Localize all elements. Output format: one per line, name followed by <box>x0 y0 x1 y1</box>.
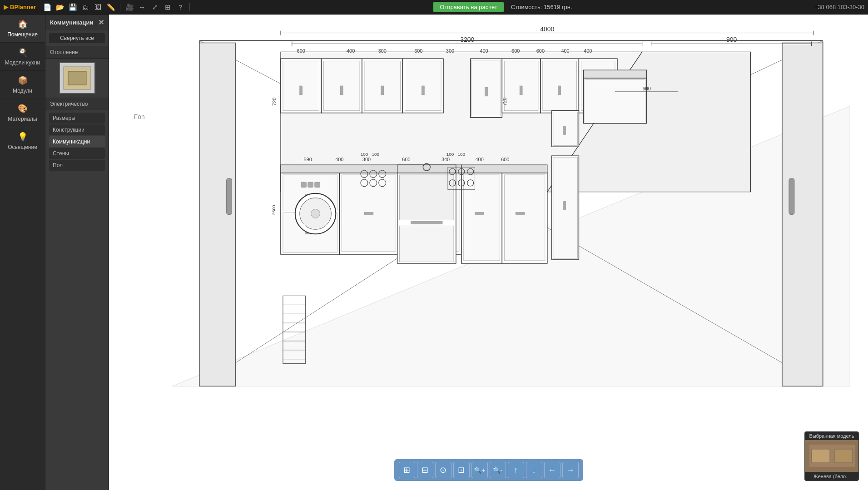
file-saveas-icon[interactable]: 🗂 <box>80 2 90 12</box>
submenu-razmery[interactable]: Размеры <box>49 113 105 124</box>
svg-rect-34 <box>520 86 522 95</box>
dim-720b: 720 <box>502 98 507 106</box>
sidebar-label-pomeshenie: Помещение <box>7 31 38 38</box>
dim-600a: 600 <box>297 48 305 54</box>
svg-point-51 <box>311 209 320 218</box>
grid-toggle-button[interactable]: ⊞ <box>399 462 415 478</box>
mini-kitchen-svg <box>805 440 859 472</box>
dim-600b: 600 <box>414 48 422 54</box>
svg-rect-24 <box>422 86 424 95</box>
dim-900: 900 <box>726 36 737 43</box>
upper-cabinet-left <box>281 59 443 113</box>
electricity-section-title: Электричество <box>45 98 109 110</box>
sidebar-item-osveshenie[interactable]: 💡 Освещение <box>0 127 45 155</box>
dim-300a: 300 <box>378 48 387 54</box>
svg-rect-76 <box>585 79 645 122</box>
mini-preview-model-name: Женева (бело... <box>805 472 858 480</box>
dim-100c: 100 <box>446 152 454 157</box>
submenu-konstrukcii[interactable]: Конструкции <box>49 124 105 135</box>
dim-400b: 400 <box>480 48 488 54</box>
dim-600e: 600 <box>402 157 410 162</box>
svg-rect-52 <box>301 182 307 188</box>
logo-icon: ▶ <box>4 4 8 10</box>
sidebar-item-modeli[interactable]: 🍳 Модели кухни <box>0 43 45 71</box>
file-save-icon[interactable]: 💾 <box>68 2 78 12</box>
communications-panel: Коммуникации ✕ Свернуть все Отопление Эл… <box>45 15 109 490</box>
svg-rect-21 <box>300 86 303 95</box>
phone-label: +38 068 103-30-30 <box>814 4 864 10</box>
file-open-icon[interactable]: 📂 <box>55 2 65 12</box>
dim-720a: 720 <box>272 98 277 106</box>
center-button[interactable]: ⊙ <box>435 462 451 478</box>
dim-400e: 400 <box>335 157 343 162</box>
svg-rect-114 <box>812 449 830 463</box>
pan-left-button[interactable]: ← <box>544 462 560 478</box>
sidebar: 🏠 Помещение 🍳 Модели кухни 📦 Модули 🎨 Ма… <box>0 15 45 490</box>
sidebar-label-materialy: Материалы <box>8 116 37 122</box>
svg-rect-1 <box>68 71 86 85</box>
dim-600c: 600 <box>511 48 520 54</box>
zoom-in-button[interactable]: 🔍+ <box>471 462 488 478</box>
sidebar-subitems: Размеры Конструкции Коммуникации Стены П… <box>45 110 109 173</box>
canvas-area[interactable]: 4000 3200 900 600 400 300 600 300 400 60… <box>109 15 868 490</box>
sidebar-label-osveshenie: Освещение <box>8 144 37 150</box>
submenu-kommunikacii[interactable]: Коммуникации <box>49 136 105 147</box>
help-icon[interactable]: ? <box>175 2 185 12</box>
svg-rect-59 <box>400 226 454 262</box>
topbar-center: Отправить на расчет Стоимость: 15619 грн… <box>194 2 812 12</box>
sidebar-label-moduli: Модули <box>13 88 32 94</box>
bottom-toolbar: ⊞ ⊟ ⊙ ⊡ 🔍+ 🔍- ↑ ↓ ← → <box>394 459 583 481</box>
dim-600d: 600 <box>536 48 545 54</box>
svg-rect-64 <box>464 175 500 261</box>
panel-close-button[interactable]: ✕ <box>98 18 104 27</box>
sidebar-item-pomeshenie[interactable]: 🏠 Помещение <box>0 15 45 43</box>
svg-rect-74 <box>583 70 646 78</box>
home-icon: 🏠 <box>18 19 28 29</box>
svg-rect-22 <box>340 86 343 95</box>
sep2 <box>189 3 190 11</box>
submenu-pol[interactable]: Пол <box>49 160 105 171</box>
dim-400c: 400 <box>561 48 569 54</box>
pencil-icon[interactable]: ✏️ <box>106 2 116 12</box>
svg-rect-61 <box>461 165 547 173</box>
topbar: ▶ BPlanner 📄 📂 💾 🗂 🖼 ✏️ 🎥 ↔ ⤢ ⊞ ? Отправ… <box>0 0 868 15</box>
submenu-steny[interactable]: Стены <box>49 148 105 159</box>
pan-right-button[interactable]: → <box>562 462 579 478</box>
collapse-all-button[interactable]: Свернуть все <box>49 33 105 43</box>
svg-rect-53 <box>308 182 313 188</box>
dim-vertical: 2500 <box>271 205 276 215</box>
pan-down-button[interactable]: ↓ <box>526 462 542 478</box>
sidebar-item-materialy[interactable]: 🎨 Материалы <box>0 99 45 127</box>
svg-rect-79 <box>782 43 823 386</box>
arrows-icon[interactable]: ⤢ <box>150 2 160 12</box>
heating-thumb-svg <box>61 64 93 92</box>
dim-3200: 3200 <box>460 36 474 43</box>
svg-rect-55 <box>397 165 456 173</box>
svg-rect-58 <box>411 221 442 224</box>
svg-rect-78 <box>227 178 232 215</box>
grid-icon[interactable]: ⊞ <box>163 2 173 12</box>
image-icon[interactable]: 🖼 <box>93 2 103 12</box>
mini-preview-label: Выбранная модель <box>805 432 858 440</box>
lighting-icon: 💡 <box>18 132 28 142</box>
sidebar-label-modeli: Модели кухни <box>5 59 40 66</box>
dim-400a: 400 <box>347 48 355 54</box>
svg-rect-57 <box>400 175 454 220</box>
fon-label: Fon <box>134 113 145 120</box>
svg-rect-54 <box>315 182 320 188</box>
dim-100b: 100 <box>372 152 380 157</box>
split-view-button[interactable]: ⊟ <box>417 462 433 478</box>
zoom-out-button[interactable]: 🔍- <box>490 462 506 478</box>
video-icon[interactable]: 🎥 <box>124 2 134 12</box>
send-button[interactable]: Отправить на расчет <box>433 2 503 12</box>
fit-button[interactable]: ⊡ <box>453 462 470 478</box>
dim-340: 340 <box>441 157 450 162</box>
svg-rect-47 <box>364 212 373 214</box>
dim-400f: 400 <box>475 157 483 162</box>
dim-400d: 400 <box>584 48 592 54</box>
pan-up-button[interactable]: ↑ <box>508 462 524 478</box>
materials-icon: 🎨 <box>18 104 28 114</box>
file-new-icon[interactable]: 📄 <box>42 2 52 12</box>
move-icon[interactable]: ↔ <box>137 2 147 12</box>
sidebar-item-moduli[interactable]: 📦 Модули <box>0 71 45 99</box>
